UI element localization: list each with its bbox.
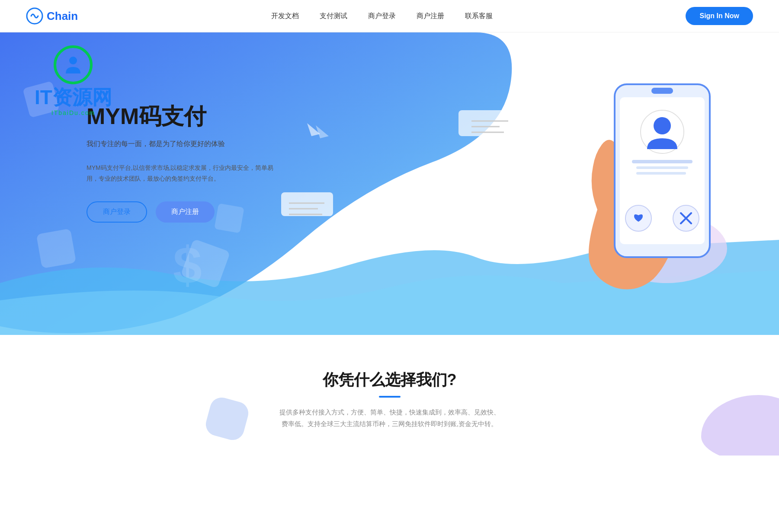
hero-section: $ IT资源网 ITbaiDu.com MYM码支付 我们专注的每一面，都 [0,32,779,335]
logo-text: Chain [47,10,78,23]
phone-svg [545,58,727,300]
svg-rect-21 [651,88,673,94]
svg-point-23 [654,117,671,134]
watermark: IT资源网 ITbaiDu.com [35,45,112,116]
svg-point-17 [69,57,77,64]
nav-links: 开发文档 支付测试 商户登录 商户注册 联系客服 [271,12,493,21]
merchant-register-button[interactable]: 商户注册 [156,201,215,223]
deco-square-blue [203,395,251,443]
navbar: Chain 开发文档 支付测试 商户登录 商户注册 联系客服 Sign In N… [0,0,779,32]
svg-rect-25 [636,166,688,169]
logo[interactable]: Chain [26,7,78,25]
svg-marker-16 [467,162,480,175]
deco-blob-purple [701,395,779,456]
why-divider [379,396,401,398]
svg-rect-24 [632,160,692,163]
hero-description: MYM码支付平台,以信誉求市场,以稳定求发展，行业内最安全，简单易用，专业的技术… [87,162,277,184]
nav-pay-test[interactable]: 支付测试 [320,12,347,21]
nav-dev-docs[interactable]: 开发文档 [271,12,299,21]
nav-merchant-register[interactable]: 商户注册 [417,12,444,21]
nav-merchant-login[interactable]: 商户登录 [368,12,396,21]
nav-contact[interactable]: 联系客服 [465,12,493,21]
hero-subtitle: 我们专注的每一面，都是为了给你更好的体验 [87,140,294,149]
why-title: 你凭什么选择我们? [0,370,779,391]
why-description: 提供多种支付接入方式，方便、简单、快捷，快速集成到，效率高、见效快、费率低。支持… [277,406,502,430]
watermark-subtitle: ITbaiDu.com [51,109,95,116]
signin-button[interactable]: Sign In Now [686,7,753,25]
svg-rect-26 [636,172,686,175]
watermark-person-icon [62,54,84,76]
merchant-login-button[interactable]: 商户登录 [87,201,147,223]
phone-illustration [545,58,727,300]
hero-title: MYM码支付 [87,102,294,132]
section-why: 你凭什么选择我们? 提供多种支付接入方式，方便、简单、快捷，快速集成到，效率高、… [0,335,779,456]
hero-buttons: 商户登录 商户注册 [87,201,294,223]
watermark-circle [54,45,93,84]
chain-logo-icon [26,7,43,25]
